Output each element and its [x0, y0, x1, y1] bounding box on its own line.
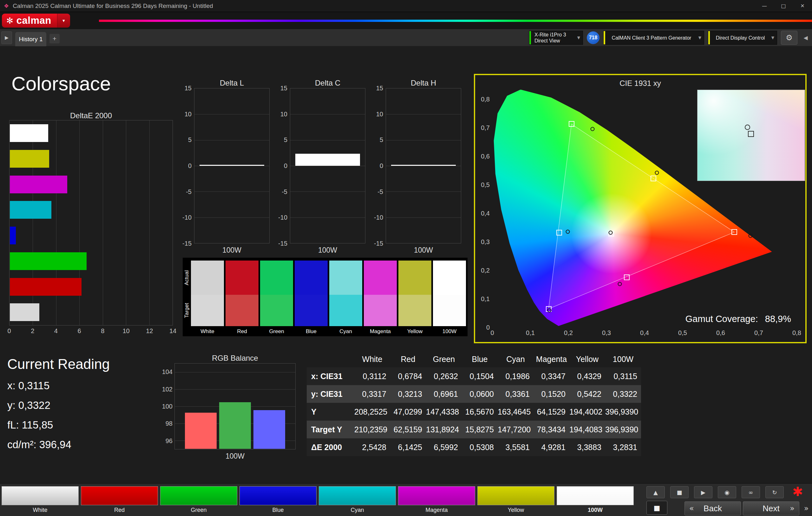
calman-logo: ✻ calman: [2, 13, 57, 28]
table-row: Target Y210,235962,5159131,892415,827514…: [307, 421, 641, 438]
current-reading-title: Current Reading: [7, 356, 110, 372]
delta-c-gridline: [290, 166, 365, 166]
reading-y: y: 0,3322: [7, 396, 110, 415]
pattern-generator-label: CalMAN Client 3 Pattern Generator: [612, 35, 692, 41]
delta-c-xlabel: 100W: [290, 246, 366, 254]
delta-h-title: Delta H: [386, 79, 461, 87]
pattern-button-blue[interactable]: Blue: [239, 486, 317, 513]
back-button[interactable]: « Back: [685, 502, 741, 515]
next-button[interactable]: Next »: [743, 502, 799, 515]
pattern-button-magenta[interactable]: Magenta: [398, 486, 475, 513]
table-value: 0,3322: [605, 390, 641, 399]
target-swatch-blue: [295, 295, 328, 326]
inset-measured-marker: [745, 125, 750, 130]
pattern-button-white[interactable]: White: [2, 486, 79, 513]
deltae-x-tick-label: 6: [78, 327, 81, 335]
collapse-panel-button[interactable]: ◀: [801, 31, 810, 45]
swatch-label: Yellow: [398, 328, 431, 335]
cie-x-tick-label: 0,2: [564, 329, 573, 337]
logo-dropdown-arrow-icon[interactable]: ▾: [57, 13, 70, 28]
delta-l-y-tick-label: 0: [188, 162, 192, 170]
reading-fl: fL: 115,85: [7, 415, 110, 435]
eject-icon[interactable]: ▲: [646, 486, 665, 498]
maximize-button[interactable]: □: [774, 0, 793, 12]
table-value: 0,3347: [533, 372, 569, 381]
pattern-swatch-yellow: [477, 486, 554, 505]
table-value: 0,2632: [426, 372, 462, 381]
meter-dropdown[interactable]: X-Rite i1Pro 3 Direct View ▼: [529, 31, 583, 45]
rgb-balance-chart: RGB Balance 1041021009896 100W: [174, 354, 296, 460]
pattern-generator-status-stripe: [604, 31, 605, 44]
table-header-row: WhiteRedGreenBlueCyanMagentaYellow100W: [307, 351, 641, 367]
table-value: 0,5422: [569, 390, 605, 399]
row-label: Target Y: [307, 425, 354, 434]
delta-l-y-tick-label: -10: [182, 214, 192, 221]
stop-measure-button[interactable]: ■: [646, 501, 667, 515]
pattern-button-cyan[interactable]: Cyan: [319, 486, 396, 513]
delta-l-gridline: [195, 166, 269, 166]
meter-mode: Direct View: [534, 38, 573, 44]
rgb-bar-blue: [254, 410, 285, 449]
window-title: Calman 2025 Calman Ultimate for Business…: [13, 3, 213, 9]
cie-x-tick-label: 0,8: [792, 329, 801, 337]
delta-l-y-tick-label: -5: [186, 188, 192, 195]
pattern-generator-dropdown[interactable]: CalMAN Client 3 Pattern Generator ▼: [603, 31, 704, 45]
pattern-button-red[interactable]: Red: [81, 486, 158, 513]
gear-icon[interactable]: ⚙: [781, 31, 798, 45]
swatch-column-magenta: Magenta: [364, 261, 397, 336]
panel-expander-button[interactable]: ▶: [1, 31, 12, 44]
tab-history-1[interactable]: History 1: [15, 32, 46, 46]
pattern-label: Red: [81, 507, 158, 513]
cie-y-tick-label: 0,1: [481, 295, 490, 303]
gamut-coverage-label: Gamut Coverage:: [686, 314, 758, 324]
table-row: x: CIE310,31120,67840,26320,15040,19860,…: [307, 367, 641, 385]
delta-l-xlabel: 100W: [194, 246, 270, 254]
table-value: 0,3213: [390, 390, 426, 399]
table-value: 194,4002: [569, 407, 605, 417]
delta-h-gridline: [386, 217, 461, 218]
actual-swatch-yellow: [398, 261, 431, 295]
cie-y-tick-label: 0,5: [481, 181, 490, 189]
pattern-button-green[interactable]: Green: [160, 486, 237, 513]
table-value: 194,4083: [569, 425, 605, 434]
play-icon[interactable]: ▶: [694, 486, 713, 498]
pattern-button-100w[interactable]: 100W: [557, 486, 634, 513]
actual-swatch-green: [260, 261, 293, 295]
row-label: y: CIE31: [307, 390, 354, 399]
delta-h-gridline: [386, 166, 461, 166]
swatch-column-white: White: [191, 261, 224, 336]
back-chevron-icon: «: [689, 504, 694, 513]
table-col-header-red: Red: [390, 355, 426, 364]
deltae-x-tick-label: 10: [122, 327, 129, 335]
pattern-button-yellow[interactable]: Yellow: [477, 486, 554, 513]
refresh-icon[interactable]: ↻: [765, 486, 784, 498]
table-value: 208,2525: [354, 407, 390, 417]
calman-logo-menu[interactable]: ✻ calman ▾: [2, 13, 70, 28]
swatch-column-green: Green: [260, 261, 293, 336]
cie-y-tick-label: 0: [486, 324, 490, 331]
loop-icon[interactable]: ∞: [742, 486, 760, 498]
table-value: 64,1529: [533, 407, 569, 417]
table-value: 396,9390: [605, 407, 641, 417]
cie-x-tick-label: 0,7: [754, 329, 763, 337]
cie-x-tick-label: 0,3: [602, 329, 611, 337]
pattern-label: Cyan: [319, 507, 396, 513]
cie-x-tick-label: 0,6: [716, 329, 725, 337]
display-control-dropdown[interactable]: Direct Display Control ▼: [708, 31, 777, 45]
minimize-button[interactable]: —: [755, 0, 774, 12]
camera-icon[interactable]: ◉: [718, 486, 736, 498]
table-col-header-white: White: [354, 355, 390, 364]
add-tab-button[interactable]: +: [50, 34, 60, 43]
pattern-label: 100W: [557, 507, 634, 513]
advance-chevron-button[interactable]: »: [802, 502, 811, 515]
deltae-chart-title: DeltaE 2000: [9, 111, 173, 120]
table-value: 0,3115: [605, 372, 641, 381]
table-value: 16,5670: [462, 407, 498, 417]
close-button[interactable]: ✕: [793, 0, 812, 12]
cie-yticks: 0,80,70,60,50,40,30,20,10: [476, 90, 490, 327]
table-value: 0,3361: [498, 390, 533, 399]
stop-icon[interactable]: ■: [670, 486, 689, 498]
table-value: 0,0600: [462, 390, 498, 399]
cie-measured-marker-blue: [548, 308, 552, 312]
delta-c-gridline: [290, 191, 365, 192]
